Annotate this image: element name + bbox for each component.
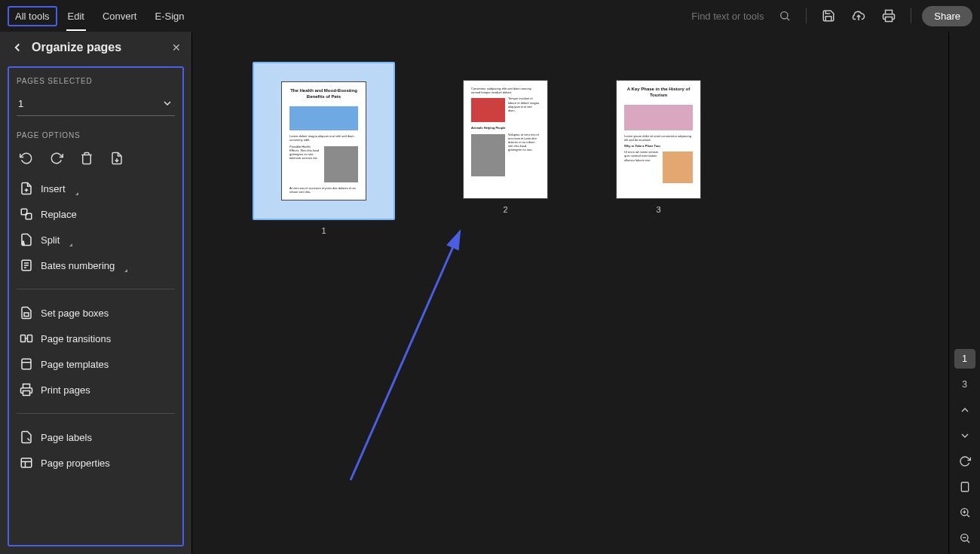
current-page-indicator[interactable]: 1 bbox=[954, 349, 975, 369]
page-thumb-2[interactable]: Consetetur sadipscing elitr sed diam non… bbox=[463, 80, 548, 214]
divider bbox=[17, 413, 175, 414]
save-icon[interactable] bbox=[817, 5, 840, 27]
extract-icon[interactable] bbox=[110, 152, 124, 165]
topbar: All tools Edit Convert E-Sign Share bbox=[0, 0, 980, 32]
delete-icon[interactable] bbox=[80, 152, 93, 165]
close-icon[interactable]: ✕ bbox=[172, 41, 181, 54]
cloud-upload-icon[interactable] bbox=[847, 5, 870, 27]
replace-icon bbox=[20, 207, 33, 221]
svg-point-10 bbox=[22, 241, 23, 243]
pages-selected-value: 1 bbox=[18, 98, 23, 109]
svg-rect-17 bbox=[28, 335, 32, 342]
option-labels[interactable]: Page labels bbox=[17, 424, 175, 450]
print-pages-icon bbox=[20, 383, 33, 396]
page-nav-group: 1 3 bbox=[954, 343, 975, 554]
page-number: 1 bbox=[321, 226, 326, 235]
page-thumb-3[interactable]: A Key Phase in the History of Tourism Lo… bbox=[616, 80, 701, 214]
svg-rect-16 bbox=[21, 335, 26, 342]
pages-selected-label: PAGES SELECTED bbox=[17, 77, 175, 85]
option-label: Bates numbering bbox=[41, 260, 115, 271]
page-boxes-icon bbox=[20, 306, 33, 320]
page-thumb-1[interactable]: The Health and Mood-Boosting Benefits of… bbox=[253, 62, 395, 235]
tab-convert[interactable]: Convert bbox=[95, 3, 145, 29]
pages-selected-dropdown[interactable]: 1 bbox=[17, 93, 175, 116]
divider bbox=[17, 289, 175, 289]
option-label: Page labels bbox=[41, 432, 92, 443]
topbar-tabs: All tools Edit Convert E-Sign bbox=[8, 3, 192, 29]
print-icon[interactable] bbox=[877, 5, 900, 27]
svg-line-28 bbox=[967, 515, 969, 517]
option-label: Print pages bbox=[41, 384, 90, 396]
page-content: Consetetur sadipscing elitr sed diam non… bbox=[463, 80, 548, 199]
svg-rect-22 bbox=[21, 458, 32, 467]
rotate-left-icon[interactable] bbox=[20, 152, 33, 165]
back-icon[interactable] bbox=[11, 41, 24, 54]
svg-rect-21 bbox=[23, 391, 30, 396]
search-icon bbox=[779, 10, 791, 22]
option-print[interactable]: Print pages bbox=[17, 377, 175, 402]
sidebar-title: Organize pages bbox=[32, 41, 164, 54]
fit-page-icon[interactable] bbox=[954, 477, 975, 497]
insert-icon bbox=[20, 182, 33, 195]
svg-point-0 bbox=[781, 12, 788, 19]
option-replace[interactable]: Replace bbox=[17, 201, 175, 227]
zoom-out-icon[interactable] bbox=[954, 528, 975, 548]
svg-line-1 bbox=[787, 18, 789, 20]
search-text[interactable] bbox=[691, 11, 774, 22]
search-input[interactable] bbox=[687, 7, 795, 25]
topbar-right: Share bbox=[687, 5, 972, 27]
right-rail: 1 3 bbox=[948, 32, 980, 554]
options-panel: PAGES SELECTED 1 PAGE OPTIONS bbox=[8, 66, 184, 546]
option-set-boxes[interactable]: Set page boxes bbox=[17, 300, 175, 326]
labels-icon bbox=[20, 430, 33, 444]
svg-point-9 bbox=[22, 243, 23, 245]
rotate-icon[interactable] bbox=[954, 451, 975, 471]
option-label: Page templates bbox=[41, 359, 109, 370]
option-split[interactable]: Split bbox=[17, 227, 175, 253]
properties-icon bbox=[20, 456, 33, 470]
main: Organize pages ✕ PAGES SELECTED 1 PAGE O… bbox=[0, 32, 980, 554]
page-options-label: PAGE OPTIONS bbox=[17, 131, 175, 139]
option-transitions[interactable]: Page transitions bbox=[17, 326, 175, 351]
rotate-right-icon[interactable] bbox=[50, 152, 63, 165]
sidebar-header: Organize pages ✕ bbox=[0, 32, 191, 66]
option-bates[interactable]: Bates numbering bbox=[17, 253, 175, 278]
option-label: Insert bbox=[41, 183, 66, 194]
svg-rect-3 bbox=[886, 17, 893, 22]
share-button[interactable]: Share bbox=[922, 6, 972, 26]
option-label: Split bbox=[41, 234, 60, 246]
option-label: Replace bbox=[41, 209, 77, 220]
templates-icon bbox=[20, 357, 33, 371]
zoom-in-icon[interactable] bbox=[954, 503, 975, 522]
separator bbox=[806, 8, 807, 23]
page-number: 3 bbox=[656, 205, 660, 214]
option-insert[interactable]: Insert bbox=[17, 176, 175, 201]
tab-edit[interactable]: Edit bbox=[60, 3, 92, 29]
svg-rect-15 bbox=[24, 313, 29, 317]
tab-esign[interactable]: E-Sign bbox=[147, 3, 191, 29]
option-properties[interactable]: Page properties bbox=[17, 450, 175, 476]
page-content: A Key Phase in the History of Tourism Lo… bbox=[616, 80, 701, 199]
page-number: 2 bbox=[503, 205, 507, 214]
option-label: Page transitions bbox=[41, 333, 111, 344]
page-content: The Health and Mood-Boosting Benefits of… bbox=[281, 81, 366, 200]
page-selection-border: The Health and Mood-Boosting Benefits of… bbox=[253, 62, 395, 220]
svg-rect-19 bbox=[22, 359, 31, 369]
page-canvas[interactable]: The Health and Mood-Boosting Benefits of… bbox=[192, 32, 948, 554]
total-pages-indicator: 3 bbox=[954, 375, 975, 394]
page-down-icon[interactable] bbox=[954, 426, 975, 445]
tab-all-tools[interactable]: All tools bbox=[8, 6, 57, 26]
option-templates[interactable]: Page templates bbox=[17, 351, 175, 377]
sidebar: Organize pages ✕ PAGES SELECTED 1 PAGE O… bbox=[0, 32, 192, 554]
option-label: Set page boxes bbox=[41, 308, 109, 319]
svg-rect-26 bbox=[961, 482, 968, 491]
svg-line-32 bbox=[967, 540, 969, 543]
toolbar-icons bbox=[17, 147, 175, 176]
svg-line-25 bbox=[351, 231, 460, 480]
split-icon bbox=[20, 233, 33, 246]
option-label: Page properties bbox=[41, 458, 110, 469]
separator bbox=[911, 8, 911, 23]
bates-icon bbox=[20, 259, 33, 272]
transitions-icon bbox=[20, 332, 33, 345]
page-up-icon[interactable] bbox=[954, 400, 975, 420]
